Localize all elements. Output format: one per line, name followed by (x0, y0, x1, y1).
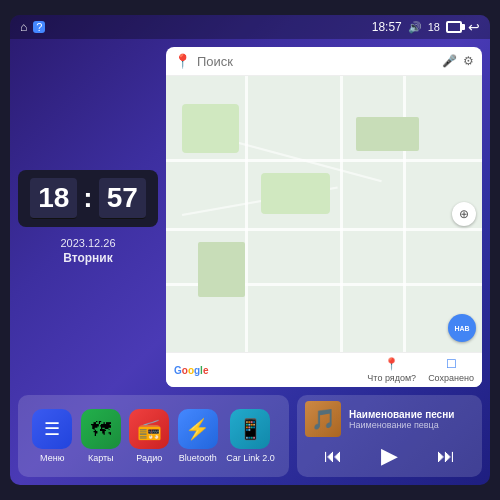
day-text: Вторник (60, 251, 115, 265)
music-thumb-icon: 🎵 (311, 407, 336, 431)
map-panel: 📍 🎤 ⚙ (166, 47, 482, 387)
app-maps[interactable]: 🗺 Карты (81, 409, 121, 463)
status-right-icons: 18:57 🔊 18 ↩ (372, 19, 480, 35)
device-frame: ⌂ ? 18:57 🔊 18 ↩ 18 : 57 2023.12.26 Втор… (10, 15, 490, 485)
music-top: 🎵 Наименование песни Наименование певца (305, 401, 474, 437)
carlink-icon-wrapper: 📱 (230, 409, 270, 449)
play-btn[interactable]: ▶ (375, 441, 404, 471)
app-radio[interactable]: 📻 Радио (129, 409, 169, 463)
music-controls: ⏮ ▶ ⏭ (305, 441, 474, 471)
next-btn[interactable]: ⏭ (431, 444, 461, 469)
radio-icon-wrapper: 📻 (129, 409, 169, 449)
map-search-icons: 🎤 ⚙ (442, 54, 474, 68)
saved-btn[interactable]: ☐ Сохранено (428, 357, 474, 383)
music-thumbnail: 🎵 (305, 401, 341, 437)
bluetooth-icon: ⚡ (185, 417, 210, 441)
question-icon[interactable]: ? (33, 21, 45, 33)
app-menu[interactable]: ☰ Меню (32, 409, 72, 463)
g1: G (174, 365, 182, 376)
clock-colon: : (81, 182, 94, 214)
g6: e (203, 365, 209, 376)
battery-level: 18 (428, 21, 440, 33)
map-area[interactable]: ⊕ НАВ (166, 76, 482, 352)
app-radio-label: Радио (136, 453, 162, 463)
left-panel: 18 : 57 2023.12.26 Вторник (18, 47, 158, 387)
carlink-icon: 📱 (238, 417, 263, 441)
music-info: Наименование песни Наименование певца (349, 409, 474, 430)
map-nav-btn[interactable]: НАВ (448, 314, 476, 342)
status-left-icons: ⌂ ? (20, 20, 45, 34)
music-title: Наименование песни (349, 409, 474, 420)
menu-icon: ☰ (44, 418, 60, 440)
map-pin-icon: 📍 (174, 53, 191, 69)
location-icon: ⊕ (459, 207, 469, 221)
app-bluetooth[interactable]: ⚡ Bluetooth (178, 409, 218, 463)
main-content: 18 : 57 2023.12.26 Вторник 📍 🎤 ⚙ (10, 39, 490, 395)
maps-icon: 🗺 (91, 418, 111, 441)
mic-icon[interactable]: 🎤 (442, 54, 457, 68)
status-bar: ⌂ ? 18:57 🔊 18 ↩ (10, 15, 490, 39)
map-search-bar: 📍 🎤 ⚙ (166, 47, 482, 76)
saved-label: Сохранено (428, 373, 474, 383)
date-text: 2023.12.26 (60, 237, 115, 249)
music-artist: Наименование певца (349, 420, 474, 430)
time-display: 18:57 (372, 20, 402, 34)
volume-icon: 🔊 (408, 21, 422, 34)
app-bluetooth-label: Bluetooth (179, 453, 217, 463)
map-footer: Google 📍 Что рядом? ☐ Сохранено (166, 352, 482, 387)
music-panel: 🎵 Наименование песни Наименование певца … (297, 395, 482, 477)
nearby-btn[interactable]: 📍 Что рядом? (367, 357, 416, 383)
bottom-area: ☰ Меню 🗺 Карты 📻 Радио ⚡ (10, 395, 490, 485)
maps-icon-wrapper: 🗺 (81, 409, 121, 449)
nav-label: НАВ (454, 325, 469, 332)
app-carlink-label: Car Link 2.0 (226, 453, 275, 463)
saved-icon: ☐ (446, 357, 457, 371)
app-carlink[interactable]: 📱 Car Link 2.0 (226, 409, 275, 463)
google-logo: Google (174, 365, 208, 376)
apps-panel: ☰ Меню 🗺 Карты 📻 Радио ⚡ (18, 395, 289, 477)
settings-icon[interactable]: ⚙ (463, 54, 474, 68)
radio-icon: 📻 (137, 417, 162, 441)
back-icon[interactable]: ↩ (468, 19, 480, 35)
map-actions: 📍 Что рядом? ☐ Сохранено (367, 357, 474, 383)
app-maps-label: Карты (88, 453, 114, 463)
app-menu-label: Меню (40, 453, 64, 463)
clock-minutes: 57 (99, 178, 146, 219)
nearby-label: Что рядом? (367, 373, 416, 383)
menu-icon-wrapper: ☰ (32, 409, 72, 449)
map-search-input[interactable] (197, 54, 436, 69)
battery-icon (446, 21, 462, 33)
clock-hours: 18 (30, 178, 77, 219)
map-location-btn[interactable]: ⊕ (452, 202, 476, 226)
prev-btn[interactable]: ⏮ (318, 444, 348, 469)
flip-clock: 18 : 57 (18, 170, 158, 227)
date-info: 2023.12.26 Вторник (60, 237, 115, 265)
nearby-icon: 📍 (384, 357, 399, 371)
home-icon[interactable]: ⌂ (20, 20, 27, 34)
bluetooth-icon-wrapper: ⚡ (178, 409, 218, 449)
